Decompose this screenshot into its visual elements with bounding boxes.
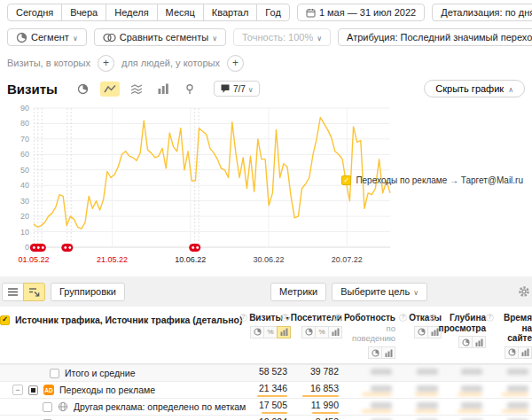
pie-toggle[interactable] — [458, 336, 473, 348]
globe-icon — [58, 401, 68, 412]
attribution-dropdown[interactable]: Атрибуция: Последний значимый переход КД — [338, 28, 532, 46]
table-controls: Группировки Метрики Выберите цель — [0, 276, 532, 307]
svg-text:70: 70 — [20, 135, 29, 144]
bars-toggle[interactable] — [472, 336, 486, 348]
report-table: Группировки Метрики Выберите цель Источн… — [0, 276, 532, 420]
pct-toggle[interactable]: % — [315, 326, 329, 338]
svg-text:20: 20 — [20, 212, 29, 221]
period-button-5[interactable]: Год — [256, 4, 290, 21]
visits-filter-label: Визиты, в которых — [7, 58, 90, 68]
column-header-5: Время на сайте — [486, 313, 532, 359]
redacted-cell — [486, 369, 532, 378]
metrics-button[interactable]: Метрики — [270, 283, 326, 301]
period-button-2[interactable]: Неделя — [106, 4, 157, 21]
redacted-cell — [486, 385, 532, 395]
compare-segments-button[interactable]: Сравнить сегменты — [94, 28, 226, 46]
svg-text:50: 50 — [20, 166, 29, 175]
chart-legend[interactable]: Переходы по рекламе → Таргет@Mail.ru — [341, 175, 523, 185]
svg-text:90: 90 — [20, 104, 29, 113]
stacked-chart-toggle[interactable] — [127, 82, 146, 97]
bar-chart-toggle[interactable] — [153, 82, 173, 97]
period-button-3[interactable]: Месяц — [157, 4, 204, 21]
period-button-1[interactable]: Вчера — [61, 4, 106, 21]
toolbar-periods: СегодняВчераНеделяМесяцКварталГод 1 мая … — [7, 4, 525, 21]
help-icon[interactable] — [239, 314, 247, 322]
metric-cell: 8 453 — [291, 416, 342, 420]
visits-chart: 010203040506070809001.05.2221.05.2210.06… — [7, 99, 525, 269]
stacked-chart-icon — [130, 83, 143, 94]
pie-toggle[interactable] — [250, 326, 264, 338]
dimension-cell[interactable]: Другая реклама: определено по меткам — [0, 401, 248, 412]
accuracy-dropdown[interactable]: Точность: 100% — [233, 28, 331, 46]
period-button-group: СегодняВчераНеделяМесяцКварталГод — [7, 4, 290, 21]
column-title[interactable]: Глубина просмотра — [429, 313, 486, 333]
add-user-filter-button[interactable] — [227, 55, 244, 72]
line-chart-toggle[interactable] — [100, 82, 120, 97]
table-row[interactable]: ADПереходы по рекламе 21 346 16 853 — [0, 381, 532, 398]
column-title[interactable]: Роботностьпо поведению — [334, 313, 395, 344]
help-icon[interactable] — [281, 314, 289, 322]
gear-icon[interactable] — [518, 285, 530, 298]
goal-select-button[interactable]: Выберите цель — [332, 283, 427, 301]
period-button-0[interactable]: Сегодня — [7, 4, 62, 21]
row-checkbox[interactable] — [50, 369, 59, 378]
groupings-button[interactable]: Группировки — [51, 283, 125, 301]
pie-toggle[interactable] — [368, 346, 382, 359]
pie-toggle[interactable] — [301, 326, 316, 338]
svg-text:01.05.22: 01.05.22 — [18, 255, 49, 264]
table-row[interactable]: Другая реклама: определено по меткам 17 … — [0, 398, 532, 415]
dimension-cell[interactable]: ADПереходы по рекламе — [0, 385, 248, 395]
add-visit-filter-button[interactable] — [98, 55, 114, 72]
metric-cell: 39 782 — [291, 365, 342, 381]
detail-dropdown[interactable]: Детализация: по дням — [432, 4, 532, 21]
svg-text:21.05.22: 21.05.22 — [97, 255, 128, 264]
list-view-toggle[interactable] — [2, 283, 24, 301]
pie-toggle[interactable] — [505, 346, 519, 359]
bars-toggle[interactable] — [277, 326, 291, 338]
metric-cell: 58 523 — [248, 365, 291, 381]
row-checkbox[interactable] — [28, 385, 38, 395]
svg-text:30: 30 — [20, 197, 29, 206]
table-row[interactable]: ЯЯндекс: Директ 12 924 8 453 — [0, 415, 532, 420]
svg-text:0: 0 — [25, 243, 29, 252]
svg-text:40: 40 — [20, 181, 29, 190]
tree-view-toggle[interactable] — [23, 283, 45, 301]
dimension-cell[interactable]: Итого и средние — [0, 368, 248, 378]
date-range-label: 1 мая — 31 июл 2022 — [319, 7, 416, 18]
dimension-header[interactable]: Источник трафика, Источник трафика (дета… — [0, 313, 248, 325]
svg-text:20.07.22: 20.07.22 — [332, 255, 363, 264]
help-icon[interactable] — [486, 314, 494, 322]
hide-chart-button[interactable]: Скрыть график — [424, 80, 525, 97]
table-body: Итого и средние 58 523 39 782 ADПереходы… — [0, 364, 532, 420]
pie-chart-toggle[interactable] — [74, 82, 93, 97]
select-all-checkbox[interactable] — [0, 315, 10, 325]
column-header-2: Роботностьпо поведению — [342, 313, 395, 359]
help-icon[interactable] — [334, 314, 342, 322]
collapse-button[interactable] — [12, 385, 23, 395]
comments-toggle[interactable]: 7/7 — [214, 81, 260, 97]
help-icon[interactable] — [399, 314, 407, 322]
bars-toggle[interactable] — [381, 346, 395, 359]
row-label: Итого и средние — [65, 368, 136, 378]
pie-toggle[interactable] — [414, 326, 428, 338]
help-icon[interactable] — [429, 314, 437, 322]
row-checkbox[interactable] — [43, 402, 52, 412]
metric-cell: 11 990 — [291, 399, 342, 415]
users-filter-label: для людей, у которых — [121, 58, 220, 68]
redacted-cell — [442, 385, 486, 395]
table-header: Источник трафика, Источник трафика (дета… — [0, 307, 532, 364]
compare-segments-icon — [103, 32, 116, 43]
legend-checkbox[interactable] — [341, 175, 351, 185]
comments-count: 7/7 — [233, 84, 246, 94]
table-row[interactable]: Итого и средние 58 523 39 782 — [0, 364, 532, 381]
date-range-button[interactable]: 1 мая — 31 июл 2022 — [297, 4, 425, 21]
chart-header: Визиты 7/7 Скрыть график — [7, 80, 525, 97]
pct-toggle[interactable]: % — [263, 326, 278, 338]
column-title[interactable]: Время на сайте — [486, 313, 532, 344]
period-button-4[interactable]: Квартал — [203, 4, 258, 21]
map-toggle[interactable] — [180, 82, 200, 97]
segment-button[interactable]: Сегмент — [7, 28, 87, 46]
bars-toggle[interactable] — [518, 346, 532, 359]
column-title[interactable]: Посетители — [281, 313, 342, 323]
redacted-cell — [342, 385, 395, 395]
